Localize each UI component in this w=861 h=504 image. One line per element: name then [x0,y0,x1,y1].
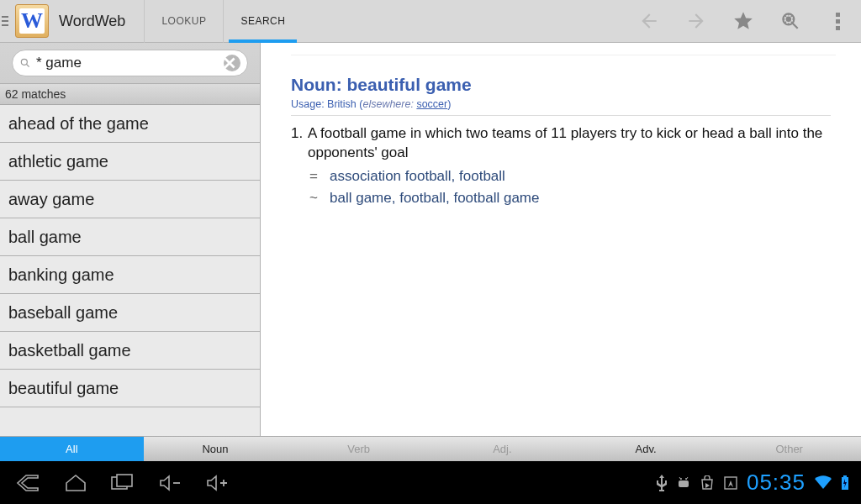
entry-heading: Noun: beautiful game [291,75,831,95]
svg-rect-5 [679,480,689,487]
svg-rect-4 [117,475,132,486]
usage-note: Usage: British (elsewhere: soccer) [291,98,831,110]
list-item[interactable]: ball game [0,218,260,256]
results-list[interactable]: ahead of the game athletic game away gam… [0,105,260,461]
pos-adv[interactable]: Adv. [574,437,718,461]
app-logo: W [15,4,49,38]
bookmark-button[interactable] [720,0,767,43]
pos-filter-bar: All Noun Verb Adj. Adv. Other [0,436,861,461]
clear-search-button[interactable] [224,55,240,71]
tilde-icon: ~ [309,190,330,207]
status-tray[interactable]: 05:35 [656,470,856,496]
list-item[interactable]: basketball game [0,332,260,370]
results-panel: 62 matches ahead of the game athletic ga… [0,43,261,461]
shop-icon [700,475,715,491]
list-item[interactable]: ahead of the game [0,105,260,143]
nav-forward-button[interactable] [673,0,720,43]
definition-number: 1. [291,124,308,163]
definition-panel: Noun: beautiful game Usage: British (els… [261,43,861,461]
app-toolbar: W WordWeb LOOKUP SEARCH [0,0,861,43]
volume-down-button[interactable] [146,461,193,504]
search-field[interactable] [12,50,248,76]
search-icon [19,57,31,69]
list-item[interactable]: baseball game [0,294,260,332]
definition-text: A football game in which two teams of 11… [308,124,831,163]
clock: 05:35 [747,470,806,496]
system-back-button[interactable] [5,461,52,504]
download-icon [723,475,738,491]
usage-label: Usage: British [291,98,357,110]
synonyms-row: = association football, football [309,168,831,185]
synonyms-text[interactable]: association football, football [330,168,505,185]
pos-noun[interactable]: Noun [144,437,288,461]
list-item[interactable]: banking game [0,256,260,294]
svg-rect-10 [843,475,847,477]
usage-elsewhere: elsewhere: [362,98,413,110]
svg-point-2 [21,59,27,65]
divider [291,115,831,116]
overflow-menu-button[interactable] [814,0,861,43]
equals-icon: = [309,168,330,185]
system-home-button[interactable] [52,461,99,504]
tab-lookup[interactable]: LOOKUP [144,0,223,43]
usb-icon [656,475,668,491]
volume-up-button[interactable] [193,461,240,504]
pos-verb[interactable]: Verb [287,437,430,461]
system-recent-button[interactable] [99,461,146,504]
list-item[interactable]: athletic game [0,143,260,181]
nav-back-button[interactable] [626,0,673,43]
hypernyms-text[interactable]: ball game, football, football game [330,190,540,207]
list-item[interactable]: away game [0,181,260,218]
hypernyms-row: ~ ball game, football, football game [309,190,831,207]
list-item[interactable]: beautiful game [0,370,260,407]
web-lookup-button[interactable] [767,0,814,43]
tab-search[interactable]: SEARCH [223,0,302,43]
drawer-icon[interactable] [0,0,12,43]
svg-point-1 [786,17,792,22]
pos-adj[interactable]: Adj. [430,437,574,461]
wifi-icon [814,475,832,491]
search-input[interactable] [36,55,224,71]
system-navbar: 05:35 [0,461,861,504]
app-title: WordWeb [59,13,125,30]
battery-icon [841,475,849,491]
usage-link[interactable]: soccer [416,98,447,110]
pos-all[interactable]: All [0,437,144,461]
match-count-label: 62 matches [0,84,260,105]
android-icon [676,475,691,491]
pos-other[interactable]: Other [717,437,861,461]
mode-tabs: LOOKUP SEARCH [144,0,302,43]
definition-row: 1. A football game in which two teams of… [291,124,831,163]
